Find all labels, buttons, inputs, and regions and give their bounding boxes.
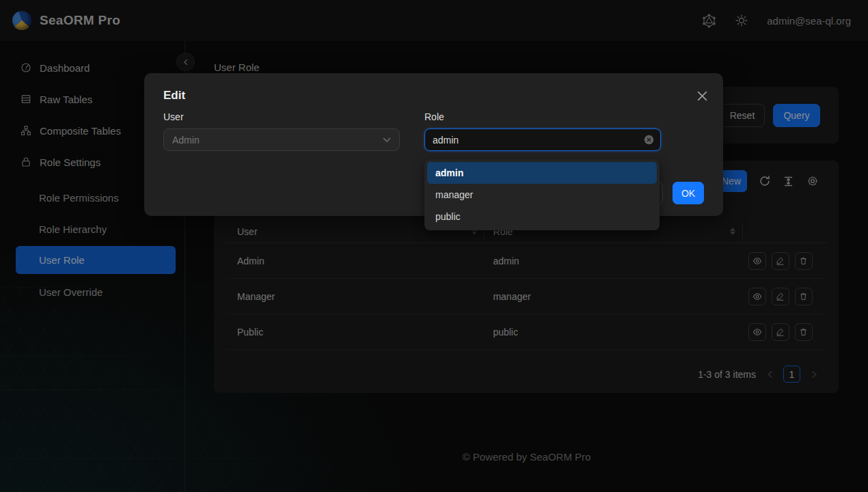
dropdown-option-public[interactable]: public xyxy=(427,206,657,228)
role-field-label: Role xyxy=(424,111,661,122)
ok-button[interactable]: OK xyxy=(673,182,704,204)
close-icon[interactable] xyxy=(696,90,708,102)
dropdown-option-manager[interactable]: manager xyxy=(427,184,657,206)
role-dropdown: admin manager public xyxy=(424,159,660,230)
user-select[interactable]: Admin xyxy=(163,128,400,151)
clear-circle-icon[interactable] xyxy=(644,135,654,145)
role-input[interactable] xyxy=(424,128,661,151)
chevron-down-icon xyxy=(383,137,391,143)
app-window: SeaORM Pro admi xyxy=(0,0,868,492)
modal-title: Edit xyxy=(163,89,185,102)
user-select-value: Admin xyxy=(172,135,200,146)
user-field-label: User xyxy=(163,111,400,122)
dropdown-option-admin[interactable]: admin xyxy=(427,162,657,184)
